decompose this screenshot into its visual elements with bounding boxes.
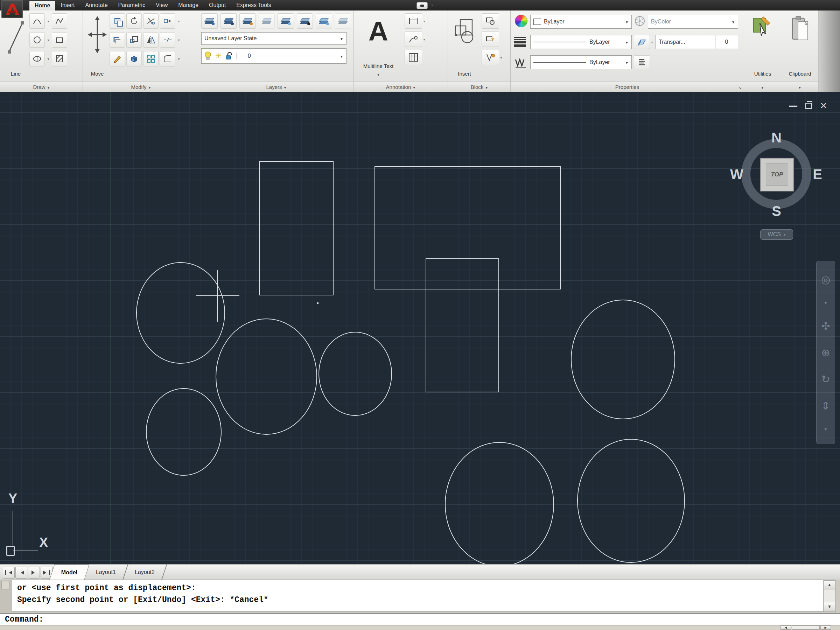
restore-icon[interactable] [805,103,812,109]
drawn-circle[interactable] [578,439,685,562]
application-menu-button[interactable] [2,0,23,18]
layer-unlock-button[interactable] [335,13,351,29]
plot-style-icon[interactable] [634,16,646,27]
viewcube-top-face[interactable]: TOP [760,158,794,191]
copy-button[interactable] [109,13,125,29]
nav-more-caret-icon[interactable]: ▾ [824,426,827,432]
panel-label-block[interactable]: Block [448,81,510,92]
nav-zoom-icon[interactable]: ⊕ [821,346,830,359]
tab-manage[interactable]: Manage [173,0,204,11]
scroll-down-button[interactable]: ▼ [824,602,835,611]
tab-home[interactable]: Home [29,1,55,11]
tab-layout1[interactable]: Layout1 [84,565,128,580]
properties-list-button[interactable] [634,55,650,69]
line-button[interactable]: Line [2,13,29,79]
define-attributes-dropdown-icon[interactable] [499,56,503,60]
panel-label-properties[interactable]: Properties ↘ [511,81,744,92]
ribbon-minimize-button[interactable] [417,2,428,9]
drawn-rectangle[interactable] [259,161,333,295]
utilities-button[interactable]: Utilities [746,13,779,79]
plot-style-dropdown[interactable]: ByColor [648,15,738,29]
tab-express-tools[interactable]: Express Tools [231,0,276,11]
stretch-button[interactable] [160,13,175,29]
panel-label-utilities[interactable] [744,81,781,92]
arc-dropdown-icon[interactable] [46,13,51,29]
drawn-rectangle[interactable] [426,258,499,392]
layer-off-button[interactable] [297,13,313,29]
panel-label-clipboard[interactable] [781,81,818,92]
leader-dropdown-icon[interactable] [422,38,426,41]
nav-divider-caret-icon[interactable]: ▾ [824,300,827,306]
command-vertical-scrollbar[interactable]: ▲ ▼ [823,579,836,612]
dimension-button[interactable] [404,13,422,29]
erase-button[interactable] [109,51,125,66]
nav-orbit-icon[interactable]: ↻ [821,373,830,385]
properties-dialog-launcher-icon[interactable]: ↘ [738,85,742,90]
next-tab-button[interactable] [28,567,40,579]
tab-view[interactable]: View [150,0,173,11]
break-button[interactable] [160,32,175,47]
layer-match-button[interactable] [221,13,237,29]
command-horizontal-scrollbar[interactable] [0,625,840,630]
drawn-circle[interactable] [146,388,221,475]
mirror-button[interactable] [143,32,159,47]
tab-model[interactable]: Model [49,565,90,580]
lineweight-dropdown[interactable]: ByLayer [530,35,632,49]
leader-button[interactable] [404,32,422,47]
layer-state-dropdown[interactable]: Unsaved Layer State [201,32,346,45]
tab-layout2[interactable]: Layout2 [123,565,167,580]
nav-motion-icon[interactable]: ⇕ [821,400,830,412]
polyline-button[interactable] [52,13,67,29]
transparency-value-field[interactable]: 0 [715,35,738,49]
drawn-rectangle[interactable] [375,167,561,289]
clipboard-button[interactable]: Clipboard [783,13,816,79]
panel-label-layers[interactable]: Layers [199,81,353,92]
scale-button[interactable] [126,32,142,47]
command-grip[interactable] [2,581,10,589]
drawn-circle[interactable] [216,319,317,434]
layer-freeze-button[interactable] [278,13,294,29]
edit-attributes-button[interactable] [482,32,499,47]
nav-full-wheel-icon[interactable]: ◎ [821,273,830,286]
rectangle-button[interactable] [52,32,67,47]
object-color-dropdown[interactable]: ByLayer [530,15,632,29]
layer-isolate-button[interactable] [239,13,256,29]
transparency-label-field[interactable]: Transpar... [655,35,715,49]
break-dropdown-icon[interactable] [177,32,181,47]
command-input[interactable]: Command: [0,614,840,625]
dimension-dropdown-icon[interactable] [422,19,426,23]
circle-dropdown-icon[interactable] [46,32,51,47]
close-icon[interactable]: ✕ [820,101,827,110]
trim-button[interactable] [143,13,159,29]
stretch-dropdown-icon[interactable] [177,13,181,29]
command-history[interactable]: or <use first point as displacement>: Sp… [12,579,823,612]
linetype-dropdown[interactable]: ByLayer [530,55,632,69]
drawn-circle[interactable] [136,262,225,363]
ribbon-minimize-caret-icon[interactable] [431,3,433,8]
object-color-wheel-icon[interactable] [515,15,527,27]
viewcube-south[interactable]: S [772,203,781,219]
tab-insert[interactable]: Insert [55,0,80,11]
multiline-text-button[interactable]: A Multiline Text [355,13,401,79]
circle-button[interactable] [29,32,45,47]
nav-pan-icon[interactable]: ✣ [821,320,830,332]
transparency-dropdown-icon[interactable] [650,40,654,44]
minimize-icon[interactable]: — [789,101,797,110]
panel-label-draw[interactable]: Draw [0,81,83,92]
layer-unisolate-button[interactable] [259,13,275,29]
panel-label-annotation[interactable]: Annotation [354,81,448,92]
fillet-dropdown-icon[interactable] [177,51,181,66]
previous-tab-button[interactable] [16,567,27,579]
scroll-left-button[interactable]: ◀ [780,625,791,630]
define-attributes-button[interactable] [482,50,499,65]
create-block-button[interactable] [482,13,499,29]
tab-annotate[interactable]: Annotate [80,0,113,11]
tab-output[interactable]: Output [204,0,231,11]
insert-block-button[interactable]: Insert [450,13,479,79]
tab-parametric[interactable]: Parametric [113,0,150,11]
viewcube-north[interactable]: N [771,130,782,145]
drawn-circle[interactable] [571,300,675,419]
rotate-button[interactable] [126,13,142,29]
drawn-circle[interactable] [445,442,554,564]
scroll-up-button[interactable]: ▲ [824,580,835,589]
